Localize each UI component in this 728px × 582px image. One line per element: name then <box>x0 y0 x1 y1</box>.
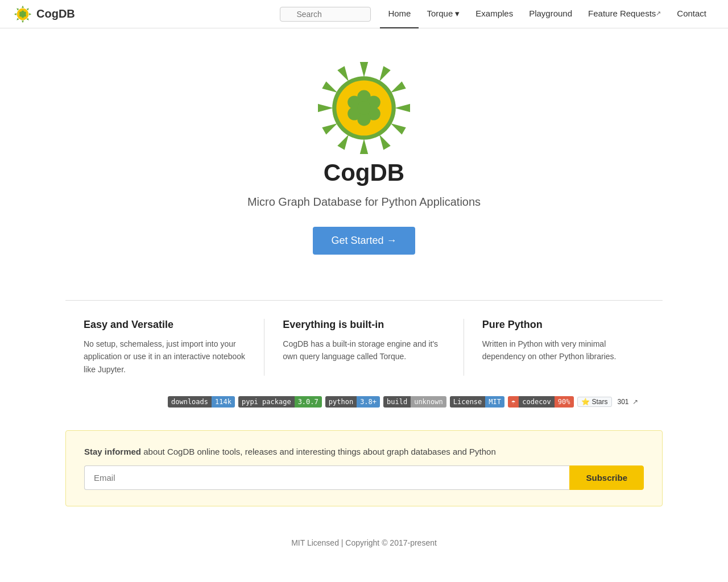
badge-python-label: python <box>325 396 357 408</box>
svg-marker-25 <box>318 104 333 112</box>
newsletter-form: Subscribe <box>84 465 644 490</box>
svg-marker-3 <box>27 18 30 21</box>
feature-builtin: Everything is built-in CogDB has a built… <box>264 319 464 376</box>
svg-marker-0 <box>22 5 24 7</box>
chevron-down-icon: ▾ <box>455 9 460 19</box>
badge-license-label: License <box>450 396 486 408</box>
nav-link-contact[interactable]: Contact <box>669 0 714 28</box>
badge-codecov-value: 90% <box>555 396 574 408</box>
feature-python-title: Pure Python <box>482 319 644 331</box>
badge-codecov-label: codecov <box>519 396 555 408</box>
svg-marker-5 <box>16 18 19 21</box>
footer: MIT Licensed | Copyright © 2017-present <box>0 520 728 559</box>
svg-marker-6 <box>14 13 16 15</box>
badge-downloads[interactable]: downloads 114k <box>168 396 235 408</box>
badge-python-value: 3.8+ <box>357 396 380 408</box>
badge-stars[interactable]: ⭐ Stars <box>577 397 612 407</box>
brand-name: CogDB <box>36 7 75 20</box>
svg-point-36 <box>357 101 370 114</box>
search-wrapper: 🔍 <box>280 7 371 22</box>
badges-section: downloads 114k pypi package 3.0.7 python… <box>65 387 663 417</box>
hero-title: CogDB <box>324 159 404 186</box>
hero-subtitle: Micro Graph Database for Python Applicat… <box>247 196 481 209</box>
badge-downloads-value: 114k <box>212 396 235 408</box>
feature-easy: Easy and Versatile No setup, schemaless,… <box>65 319 264 376</box>
navbar: CogDB 🔍 Home Torque ▾ Examples Playgroun… <box>0 0 728 28</box>
badge-downloads-label: downloads <box>168 396 212 408</box>
svg-marker-22 <box>360 139 368 154</box>
stars-count: 301 <box>618 398 629 406</box>
svg-marker-16 <box>360 62 368 77</box>
badge-pypi-value: 3.0.7 <box>295 396 322 408</box>
badge-license[interactable]: License MIT <box>450 396 504 408</box>
badge-codecov[interactable]: ☂ codecov 90% <box>508 396 574 408</box>
features-section: Easy and Versatile No setup, schemaless,… <box>65 300 663 376</box>
nav-link-torque[interactable]: Torque ▾ <box>419 0 468 28</box>
newsletter-text-rest: about CogDB online tools, releases and i… <box>141 447 496 456</box>
github-icon: ⭐ <box>581 398 590 406</box>
badge-python[interactable]: python 3.8+ <box>325 396 380 408</box>
svg-point-15 <box>22 13 24 15</box>
svg-marker-2 <box>29 13 31 15</box>
svg-marker-19 <box>395 104 410 112</box>
footer-text: MIT Licensed | Copyright © 2017-present <box>291 538 437 547</box>
badge-build[interactable]: build unknown <box>383 396 446 408</box>
badge-pypi[interactable]: pypi package 3.0.7 <box>238 396 322 408</box>
search-input[interactable] <box>280 7 371 22</box>
badge-license-value: MIT <box>485 396 504 408</box>
nav-link-examples[interactable]: Examples <box>468 0 521 28</box>
brand-logo-link[interactable]: CogDB <box>14 5 75 23</box>
badge-build-value: unknown <box>411 396 446 408</box>
nav-link-feature-requests[interactable]: Feature Requests ↗ <box>580 0 669 28</box>
brand-logo-icon <box>14 5 32 23</box>
newsletter-text: Stay informed about CogDB online tools, … <box>84 447 644 456</box>
external-link-icon: ↗ <box>656 10 661 17</box>
nav-link-playground[interactable]: Playground <box>521 0 580 28</box>
email-input[interactable] <box>84 465 569 490</box>
badge-build-label: build <box>383 396 411 408</box>
svg-marker-1 <box>27 7 30 10</box>
get-started-button[interactable]: Get Started → <box>313 227 415 255</box>
subscribe-button[interactable]: Subscribe <box>569 465 644 490</box>
stars-external-icon[interactable]: ↗ <box>632 398 638 406</box>
hero-logo <box>313 57 415 159</box>
hero-section: CogDB Micro Graph Database for Python Ap… <box>0 28 728 277</box>
svg-marker-4 <box>22 20 24 23</box>
nav-links: Home Torque ▾ Examples Playground Featur… <box>380 0 714 28</box>
feature-python: Pure Python Written in Python with very … <box>464 319 663 376</box>
feature-easy-title: Easy and Versatile <box>84 319 246 331</box>
badge-codecov-icon: ☂ <box>508 396 519 408</box>
stars-label: Stars <box>592 398 608 406</box>
feature-builtin-text: CogDB has a built-in storage engine and … <box>283 338 445 363</box>
svg-marker-7 <box>16 7 19 10</box>
newsletter-section: Stay informed about CogDB online tools, … <box>65 430 663 506</box>
feature-builtin-title: Everything is built-in <box>283 319 445 331</box>
feature-easy-text: No setup, schemaless, just import into y… <box>84 338 246 376</box>
badge-pypi-label: pypi package <box>238 396 295 408</box>
nav-link-home[interactable]: Home <box>380 0 419 28</box>
newsletter-text-bold: Stay informed <box>84 447 141 456</box>
feature-python-text: Written in Python with very minimal depe… <box>482 338 644 363</box>
